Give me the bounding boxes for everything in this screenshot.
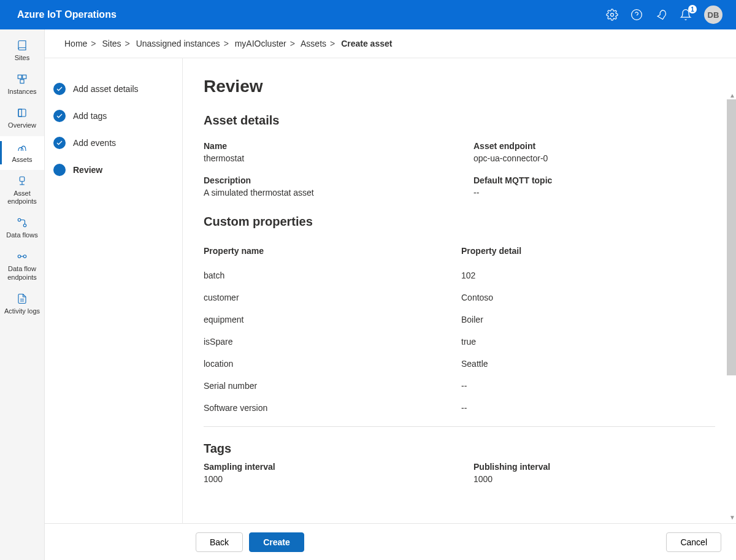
svg-point-0 [611, 13, 614, 17]
crumb-sites[interactable]: Sites [102, 39, 121, 48]
cancel-button[interactable]: Cancel [666, 532, 721, 552]
left-nav: Sites Instances Overview Assets Asset en… [0, 29, 45, 560]
review-content: Review Asset details Name thermostat Ass… [183, 58, 736, 523]
tags-heading: Tags [204, 442, 715, 456]
step-label: Add events [73, 138, 116, 148]
nav-label: Data flow endpoints [2, 265, 42, 281]
table-row: locationSeattle [204, 353, 715, 375]
nav-instances[interactable]: Instances [0, 68, 44, 102]
custom-properties-heading: Custom properties [204, 215, 715, 229]
nav-label: Data flows [6, 231, 37, 239]
data-flow-endpoints-icon [16, 250, 28, 263]
assets-icon [16, 141, 28, 153]
table-row: isSparetrue [204, 331, 715, 353]
name-label: Name [204, 141, 461, 151]
scroll-up-icon[interactable]: ▲ [729, 92, 735, 99]
nav-label: Sites [15, 54, 29, 62]
user-avatar[interactable]: DB [704, 6, 723, 24]
mqtt-label: Default MQTT topic [473, 175, 715, 185]
nav-label: Assets [12, 156, 32, 164]
nav-overview[interactable]: Overview [0, 102, 44, 136]
wizard-steps: Add asset details Add tags Add events Re… [45, 58, 183, 523]
step-add-tags[interactable]: Add tags [53, 102, 172, 129]
svg-point-13 [18, 255, 21, 258]
activity-logs-icon [16, 293, 28, 305]
publishing-value: 1000 [473, 474, 715, 484]
nav-asset-endpoints[interactable]: Asset endpoints [0, 170, 44, 212]
asset-endpoints-icon [16, 175, 28, 187]
svg-rect-5 [20, 80, 24, 83]
sites-icon [16, 39, 28, 52]
nav-activity-logs[interactable]: Activity logs [0, 288, 44, 321]
name-value: thermostat [204, 153, 461, 163]
scroll-down-icon[interactable]: ▼ [729, 514, 735, 521]
top-header: Azure IoT Operations 1 DB [0, 0, 736, 29]
svg-point-14 [23, 255, 26, 258]
prop-col-name: Property name [204, 246, 461, 256]
prop-col-detail: Property detail [461, 246, 715, 256]
step-add-events[interactable]: Add events [53, 129, 172, 156]
step-label: Add asset details [73, 84, 139, 94]
overview-icon [16, 107, 28, 119]
step-add-asset-details[interactable]: Add asset details [53, 75, 172, 102]
table-row: equipmentBoiler [204, 309, 715, 331]
nav-label: Activity logs [4, 307, 40, 315]
description-label: Description [204, 175, 461, 185]
page-title: Review [204, 77, 715, 96]
svg-rect-4 [23, 75, 26, 79]
mqtt-value: -- [473, 188, 715, 198]
back-button[interactable]: Back [196, 532, 243, 552]
check-icon [53, 137, 66, 149]
data-flows-icon [16, 217, 28, 229]
svg-rect-8 [20, 177, 25, 182]
header-icons: 1 DB [606, 6, 723, 24]
notifications-bell-icon[interactable]: 1 [680, 9, 692, 21]
crumb-assets[interactable]: Assets [301, 39, 326, 48]
step-label: Review [73, 165, 102, 175]
crumb-cluster[interactable]: myAIOcluster [235, 39, 286, 48]
step-review[interactable]: Review [53, 156, 172, 183]
svg-rect-3 [18, 75, 21, 79]
nav-assets[interactable]: Assets [0, 136, 44, 170]
sampling-label: Sampling interval [204, 462, 461, 472]
table-row: Serial number-- [204, 375, 715, 397]
svg-rect-6 [18, 109, 26, 117]
nav-data-flow-endpoints[interactable]: Data flow endpoints [0, 245, 44, 287]
nav-sites[interactable]: Sites [0, 34, 44, 68]
description-value: A simulated thermostat asset [204, 188, 461, 198]
crumb-unassigned[interactable]: Unassigned instances [136, 39, 220, 48]
whats-new-icon[interactable] [655, 9, 667, 21]
nav-label: Overview [8, 121, 36, 129]
svg-point-1 [632, 10, 642, 20]
table-row: Software version-- [204, 397, 715, 419]
sampling-value: 1000 [204, 474, 461, 484]
settings-gear-icon[interactable] [606, 9, 618, 21]
current-step-icon [53, 164, 66, 176]
publishing-label: Publishing interval [473, 462, 715, 472]
table-row: customerContoso [204, 286, 715, 309]
crumb-home[interactable]: Home [64, 39, 87, 48]
endpoint-value: opc-ua-connector-0 [473, 153, 715, 163]
check-icon [53, 110, 66, 122]
nav-data-flows[interactable]: Data flows [0, 212, 44, 245]
scrollbar-thumb[interactable] [727, 99, 736, 375]
nav-label: Instances [7, 88, 36, 96]
step-label: Add tags [73, 111, 107, 121]
svg-point-12 [23, 224, 26, 227]
asset-details-heading: Asset details [204, 113, 715, 128]
wizard-footer: Back Create Cancel [45, 523, 736, 560]
breadcrumb: Home> Sites> Unassigned instances> myAIO… [45, 29, 736, 58]
custom-properties-table: Property name Property detail batch102 c… [204, 242, 715, 427]
help-icon[interactable] [631, 9, 643, 21]
app-title: Azure IoT Operations [17, 9, 606, 20]
nav-label: Asset endpoints [2, 190, 42, 205]
endpoint-label: Asset endpoint [473, 141, 715, 151]
crumb-current: Create asset [341, 39, 392, 48]
svg-point-11 [18, 218, 21, 221]
instances-icon [16, 73, 28, 85]
svg-rect-7 [18, 109, 21, 117]
table-row: batch102 [204, 264, 715, 286]
notification-badge: 1 [688, 5, 697, 13]
create-button[interactable]: Create [249, 532, 304, 552]
check-icon [53, 83, 66, 95]
